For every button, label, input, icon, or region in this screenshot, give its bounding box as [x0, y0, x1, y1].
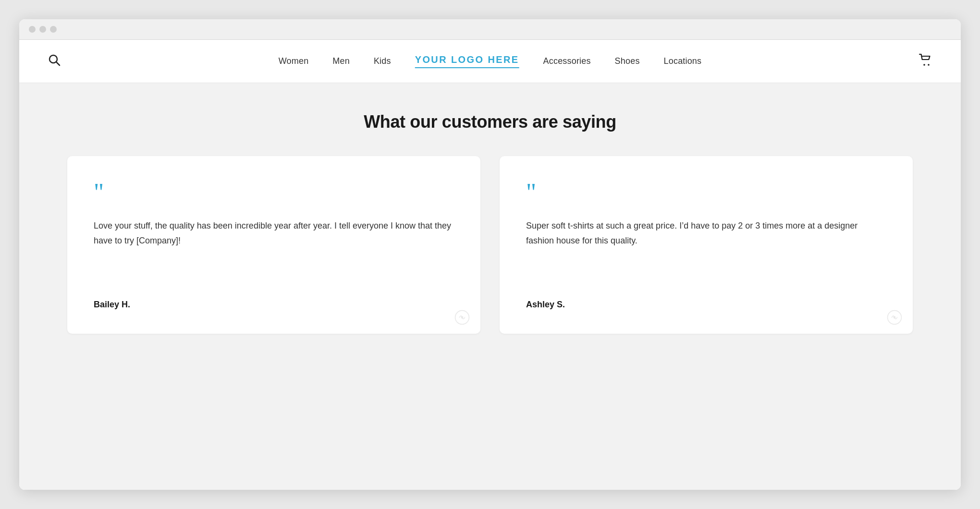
browser-body: Women Men Kids YOUR LOGO HERE Accessorie… — [19, 40, 961, 490]
browser-dot-yellow — [39, 26, 46, 33]
reviewer-name-1: Bailey H. — [94, 300, 454, 310]
header: Women Men Kids YOUR LOGO HERE Accessorie… — [19, 40, 961, 83]
card-watermark-1 — [454, 310, 470, 325]
review-card-1: " Love your stuff, the quality has been … — [67, 156, 480, 334]
quote-mark-2: " — [526, 180, 886, 205]
review-text-1: Love your stuff, the quality has been in… — [94, 218, 454, 285]
cart-icon[interactable] — [919, 53, 932, 70]
svg-point-7 — [894, 316, 896, 319]
reviewer-name-2: Ashley S. — [526, 300, 886, 310]
nav-item-women[interactable]: Women — [279, 56, 309, 66]
nav-center: Women Men Kids YOUR LOGO HERE Accessorie… — [279, 54, 702, 68]
browser-window: Women Men Kids YOUR LOGO HERE Accessorie… — [19, 19, 961, 490]
nav-item-men[interactable]: Men — [332, 56, 350, 66]
nav-item-kids[interactable]: Kids — [374, 56, 391, 66]
reviews-row: " Love your stuff, the quality has been … — [67, 156, 913, 334]
search-icon[interactable] — [48, 54, 61, 69]
svg-point-5 — [461, 316, 464, 319]
svg-point-2 — [923, 64, 925, 66]
quote-mark-1: " — [94, 180, 454, 205]
header-left — [48, 54, 61, 69]
nav-item-accessories[interactable]: Accessories — [543, 56, 591, 66]
review-card-2: " Super soft t-shirts at such a great pr… — [500, 156, 913, 334]
main-content: What our customers are saying " Love you… — [19, 83, 961, 490]
browser-chrome — [19, 19, 961, 40]
nav-item-shoes[interactable]: Shoes — [615, 56, 640, 66]
browser-dot-red — [29, 26, 36, 33]
section-title: What our customers are saying — [364, 112, 616, 132]
svg-line-1 — [56, 62, 60, 65]
review-text-2: Super soft t-shirts at such a great pric… — [526, 218, 886, 285]
browser-dot-green — [50, 26, 57, 33]
card-watermark-2 — [887, 310, 902, 325]
nav-item-locations[interactable]: Locations — [664, 56, 702, 66]
header-right — [919, 53, 932, 70]
brand-logo[interactable]: YOUR LOGO HERE — [415, 54, 519, 68]
svg-point-3 — [928, 64, 930, 66]
